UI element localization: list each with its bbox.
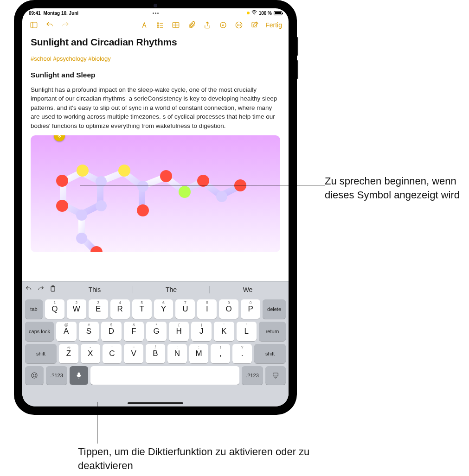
callout-line-1 — [80, 185, 325, 185]
key-n[interactable]: ;N — [167, 344, 187, 363]
key-delete[interactable]: delete — [263, 299, 286, 319]
notes-toolbar: Fertig — [22, 18, 289, 32]
key-period[interactable]: ?. — [232, 344, 252, 363]
key-return[interactable]: return — [259, 322, 286, 341]
key-emoji[interactable] — [25, 366, 44, 385]
multitask-dots[interactable] — [152, 13, 159, 14]
format-text-icon[interactable] — [137, 19, 151, 32]
redo-icon[interactable] — [58, 19, 72, 32]
key-q[interactable]: 1Q — [45, 299, 64, 319]
key-v[interactable]: =V — [124, 344, 143, 363]
key-m[interactable]: :M — [189, 344, 209, 363]
svg-point-25 — [118, 165, 130, 177]
key-numsym-right[interactable]: .?123 — [242, 366, 263, 385]
key-f[interactable]: &F — [124, 322, 144, 341]
compose-icon[interactable] — [248, 19, 262, 32]
key-x[interactable]: -X — [81, 344, 100, 363]
key-a[interactable]: @A — [56, 322, 77, 341]
mic-indicator-dot — [247, 12, 250, 14]
key-shift-left[interactable]: shift — [25, 344, 57, 363]
volume-up-button[interactable] — [297, 37, 298, 56]
key-tab[interactable]: tab — [25, 299, 43, 319]
keyboard-row-2: caps lock @A #S $D &F *G (H )J 'K "L ret… — [25, 322, 286, 341]
key-dismiss-keyboard[interactable] — [265, 366, 286, 385]
done-button[interactable]: Fertig — [263, 21, 284, 29]
key-u[interactable]: 7U — [175, 299, 195, 319]
key-r[interactable]: 4R — [110, 299, 130, 319]
callout-line-2 — [97, 402, 97, 444]
keyboard-row-3: shift %Z -X +C =V /B ;N :M !, ?. shift — [25, 344, 286, 363]
molecule-illustration — [31, 140, 263, 252]
wifi-icon — [251, 10, 257, 16]
svg-point-37 — [32, 373, 37, 378]
note-tags[interactable]: #school #psychology #biology — [31, 55, 280, 63]
svg-point-28 — [160, 170, 172, 182]
keyboard-row-1: tab 1Q 2W 3E 4R 5T 6Y 7U 8I 9O 0P delete — [25, 299, 286, 319]
volume-down-button[interactable] — [297, 60, 298, 79]
key-e[interactable]: 3E — [89, 299, 108, 319]
svg-point-16 — [240, 25, 241, 25]
key-k[interactable]: 'K — [214, 322, 234, 341]
more-icon[interactable] — [232, 19, 246, 32]
home-indicator[interactable] — [128, 402, 183, 404]
key-t[interactable]: 5T — [132, 299, 152, 319]
suggestion-2[interactable]: The — [133, 286, 209, 293]
front-camera — [154, 4, 157, 7]
key-i[interactable]: 8I — [197, 299, 217, 319]
key-b[interactable]: /B — [146, 344, 165, 363]
status-date: Montag 10. Juni — [44, 11, 79, 16]
battery-icon — [274, 11, 282, 15]
status-bar: 09:41 Montag 10. Juni 100 % — [22, 8, 289, 18]
key-capslock[interactable]: caps lock — [25, 322, 54, 341]
svg-point-29 — [179, 186, 191, 198]
table-icon[interactable] — [169, 19, 183, 32]
key-w[interactable]: 2W — [67, 299, 86, 319]
svg-point-27 — [137, 204, 149, 216]
svg-point-7 — [157, 27, 159, 28]
svg-point-26 — [137, 181, 148, 192]
key-z[interactable]: %Z — [59, 344, 78, 363]
keyboard-toolbar: This The We — [22, 282, 289, 298]
key-dictation[interactable] — [70, 366, 88, 385]
svg-rect-1 — [31, 22, 37, 28]
keyboard: This The We tab 1Q 2W 3E 4R 5T 6Y 7U 8I … — [22, 281, 289, 406]
key-shift-right[interactable]: shift — [254, 344, 286, 363]
checklist-icon[interactable] — [153, 19, 167, 32]
callout-dictation-indicator: Zu sprechen beginnen, wenn dieses Symbol… — [325, 174, 464, 202]
svg-point-14 — [237, 25, 238, 25]
key-p[interactable]: 0P — [241, 299, 260, 319]
sidebar-toggle-icon[interactable] — [27, 19, 41, 32]
svg-point-23 — [76, 209, 87, 221]
note-image[interactable] — [31, 135, 280, 252]
suggestion-3[interactable]: We — [209, 286, 286, 293]
key-s[interactable]: #S — [79, 322, 99, 341]
note-paragraph: Sunlight has a profound impact on the sl… — [31, 85, 280, 131]
key-y[interactable]: 6Y — [154, 299, 173, 319]
key-j[interactable]: )J — [191, 322, 212, 341]
share-icon[interactable] — [200, 19, 214, 32]
attachment-icon[interactable] — [185, 19, 199, 32]
kbd-clipboard-icon[interactable] — [49, 285, 57, 294]
note-title: Sunlight and Circadian Rhythms — [31, 35, 280, 49]
key-o[interactable]: 9O — [219, 299, 238, 319]
keyboard-row-4: .?123 .?123 — [25, 366, 286, 385]
key-numsym-left[interactable]: .?123 — [46, 366, 67, 385]
ipad-frame: 09:41 Montag 10. Juni 100 % — [14, 0, 297, 415]
undo-icon[interactable] — [43, 19, 57, 32]
note-content-area[interactable]: Sunlight and Circadian Rhythms #school #… — [22, 32, 289, 281]
kbd-undo-icon[interactable] — [25, 285, 32, 294]
svg-point-3 — [157, 23, 159, 24]
key-comma[interactable]: !, — [211, 344, 230, 363]
key-c[interactable]: +C — [103, 344, 122, 363]
key-g[interactable]: *G — [146, 322, 167, 341]
callout-dictation-key: Tippen, um die Diktierfunktion zu aktivi… — [78, 445, 310, 472]
key-h[interactable]: (H — [169, 322, 189, 341]
key-d[interactable]: $D — [101, 322, 122, 341]
key-space[interactable] — [90, 366, 239, 385]
screen: 09:41 Montag 10. Juni 100 % — [22, 8, 289, 406]
key-l[interactable]: "L — [237, 322, 257, 341]
keyboard-suggestions: This The We — [57, 286, 286, 293]
suggestion-1[interactable]: This — [57, 286, 133, 293]
markup-icon[interactable] — [216, 19, 230, 32]
kbd-redo-icon[interactable] — [37, 285, 45, 294]
